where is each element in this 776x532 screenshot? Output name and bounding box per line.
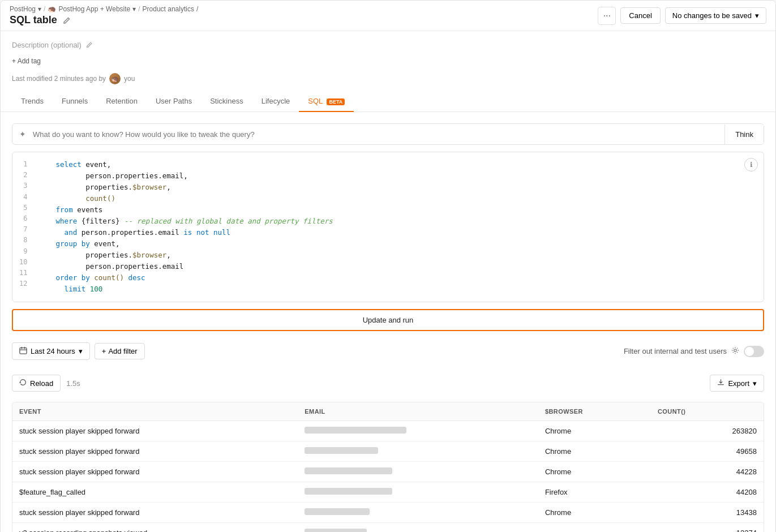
- ai-input-row: ✦ Think: [12, 123, 764, 145]
- cell-email: [298, 523, 538, 533]
- code-line-3: properties.$browser,: [38, 182, 759, 193]
- tab-retention[interactable]: Retention: [97, 91, 147, 112]
- line-num-8: 8: [19, 235, 27, 246]
- line-num-10: 10: [19, 257, 27, 268]
- add-tag-label: + Add tag: [12, 57, 41, 65]
- cell-email: [298, 503, 538, 523]
- export-button[interactable]: Export ▾: [710, 375, 764, 392]
- add-tag-button[interactable]: + Add tag: [12, 56, 764, 66]
- chevron-down-icon-3: /: [196, 5, 198, 13]
- svg-rect-0: [20, 348, 27, 354]
- page-title-row: SQL table: [10, 14, 198, 26]
- code-line-6: where {filters} -- replaced with global …: [38, 216, 759, 227]
- breadcrumb-app[interactable]: 🦔 PostHog App + Website ▾: [48, 5, 136, 13]
- cell-email: [298, 462, 538, 482]
- breadcrumb-app-label: PostHog App + Website: [58, 5, 130, 13]
- chevron-down-icon-2: ▾: [132, 5, 136, 13]
- sparkle-icon: ✦: [12, 124, 33, 144]
- tab-trends[interactable]: Trends: [12, 91, 53, 112]
- breadcrumb-section[interactable]: Product analytics /: [143, 5, 199, 13]
- modified-user: you: [124, 75, 135, 83]
- tabs-row: Trends Funnels Retention User Paths Stic…: [1, 91, 775, 112]
- line-numbers: 1 2 3 4 5 6 7 8 9 10 11 12: [12, 159, 34, 295]
- breadcrumb-sep-1: /: [44, 5, 45, 13]
- line-num-11: 11: [19, 268, 27, 278]
- data-table-container: EVENT EMAIL $BROWSER COUNT() stuck sessi…: [12, 402, 764, 532]
- cell-count: 263820: [651, 421, 764, 441]
- chevron-down-icon: ▾: [38, 5, 41, 13]
- tab-lifecycle[interactable]: Lifecycle: [252, 91, 299, 112]
- filter-users-toggle[interactable]: [744, 346, 764, 357]
- save-label: No changes to be saved: [672, 11, 752, 20]
- chevron-down-icon-export: ▾: [753, 379, 757, 388]
- data-table: EVENT EMAIL $BROWSER COUNT() stuck sessi…: [12, 402, 764, 532]
- save-button[interactable]: No changes to be saved ▾: [665, 7, 766, 24]
- line-num-3: 3: [19, 181, 27, 191]
- gear-icon[interactable]: [731, 346, 739, 356]
- tab-sql[interactable]: SQL BETA: [299, 91, 354, 112]
- toggle-knob: [745, 347, 754, 356]
- reload-button[interactable]: Reload: [12, 375, 61, 392]
- calendar-icon: [19, 346, 27, 356]
- page-title: SQL table: [10, 14, 57, 26]
- cell-email: [298, 482, 538, 503]
- code-line-10: person.properties.email: [38, 261, 759, 272]
- filters-left: Last 24 hours ▾ + Add filter: [12, 342, 145, 360]
- top-bar-right: ··· Cancel No changes to be saved ▾: [598, 7, 766, 25]
- cell-browser: Firefox: [538, 482, 651, 503]
- code-content: 1 2 3 4 5 6 7 8 9 10 11 12 sel: [12, 152, 764, 302]
- breadcrumb-org[interactable]: PostHog ▾: [10, 5, 41, 13]
- code-lines[interactable]: select event, person.properties.email, p…: [34, 159, 764, 295]
- line-num-5: 5: [19, 203, 27, 213]
- update-run-button[interactable]: Update and run: [12, 309, 764, 331]
- edit-description-button[interactable]: [85, 40, 94, 49]
- filters-right: Filter out internal and test users: [624, 346, 764, 357]
- info-button[interactable]: ℹ: [744, 158, 758, 171]
- plus-icon: +: [102, 347, 106, 355]
- reload-icon: [19, 379, 27, 388]
- table-row: stuck session player skipped forward Chr…: [12, 421, 764, 441]
- code-line-8: group by event,: [38, 238, 759, 250]
- code-line-7: and person.properties.email is not null: [38, 227, 759, 238]
- table-row: $feature_flag_called Firefox 44208: [12, 482, 764, 503]
- table-header: EVENT EMAIL $BROWSER COUNT(): [12, 402, 764, 421]
- main-panel: ✦ Think 1 2 3 4 5 6 7 8 9: [12, 123, 764, 532]
- cell-email: [298, 441, 538, 462]
- think-button[interactable]: Think: [724, 125, 764, 144]
- cancel-button[interactable]: Cancel: [620, 7, 660, 24]
- code-line-12: limit 100: [38, 284, 759, 295]
- line-num-4: 4: [19, 192, 27, 203]
- results-left: Reload 1.5s: [12, 375, 80, 392]
- code-line-5: from events: [38, 204, 759, 216]
- tab-stickiness[interactable]: Stickiness: [201, 91, 252, 112]
- ai-query-input[interactable]: [33, 125, 724, 144]
- tab-sql-label: SQL: [308, 97, 323, 105]
- cell-event: stuck session player skipped forward: [12, 441, 298, 462]
- filters-row: Last 24 hours ▾ + Add filter Filter out …: [12, 338, 764, 364]
- results-bar: Reload 1.5s Export ▾: [12, 371, 764, 395]
- tab-funnels[interactable]: Funnels: [53, 91, 97, 112]
- chevron-down-icon-time: ▾: [79, 347, 83, 355]
- table-row: stuck session player skipped forward Chr…: [12, 462, 764, 482]
- add-filter-button[interactable]: + Add filter: [95, 343, 145, 359]
- dots-icon: ···: [603, 11, 611, 21]
- code-editor: 1 2 3 4 5 6 7 8 9 10 11 12 sel: [12, 152, 764, 302]
- svg-point-1: [734, 349, 736, 351]
- export-label: Export: [728, 379, 749, 388]
- tab-user-paths[interactable]: User Paths: [147, 91, 201, 112]
- line-num-7: 7: [19, 224, 27, 235]
- edit-title-button[interactable]: [62, 15, 72, 25]
- breadcrumb-org-label: PostHog: [10, 5, 36, 13]
- cell-browser: —: [538, 523, 651, 533]
- add-filter-label: Add filter: [108, 347, 137, 355]
- more-options-button[interactable]: ···: [598, 7, 616, 25]
- breadcrumb-sep-2: /: [138, 5, 140, 13]
- description-text: Description (optional): [12, 41, 82, 49]
- hedgehog-icon: 🦔: [48, 5, 56, 13]
- reload-label: Reload: [30, 379, 53, 388]
- table-row: stuck session player skipped forward Chr…: [12, 503, 764, 523]
- code-line-9: properties.$browser,: [38, 250, 759, 261]
- time-filter-button[interactable]: Last 24 hours ▾: [12, 342, 90, 360]
- line-num-2: 2: [19, 170, 27, 181]
- cell-browser: Chrome: [538, 503, 651, 523]
